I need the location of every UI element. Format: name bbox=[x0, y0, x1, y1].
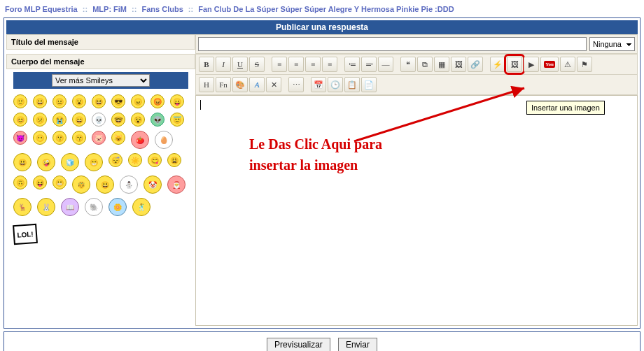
subject-input[interactable] bbox=[198, 37, 587, 51]
smiley[interactable]: 😀 bbox=[33, 94, 47, 108]
headers-button[interactable]: H bbox=[199, 77, 214, 92]
crumb-subforum[interactable]: Fans Clubs bbox=[142, 5, 183, 13]
form-buttons bbox=[4, 331, 640, 351]
strike-button[interactable]: S bbox=[249, 57, 265, 72]
hr-button[interactable]: — bbox=[378, 57, 393, 72]
smiley[interactable]: 🕺 bbox=[132, 198, 150, 216]
youtube-button[interactable]: You bbox=[540, 57, 559, 72]
smiley[interactable]: 🦌 bbox=[13, 198, 31, 216]
page-button[interactable]: 📄 bbox=[361, 77, 377, 92]
code-button[interactable]: ⧉ bbox=[417, 57, 433, 72]
flash-button[interactable]: ⚡ bbox=[490, 57, 505, 72]
warning-button[interactable]: ⚠ bbox=[560, 57, 575, 72]
editor-toolbar-row2: H Fn 🎨 A ✕ ⋯ 📅 🕒 📋 📄 bbox=[195, 75, 638, 95]
crumb-topic[interactable]: Fan Club De La Súper Súper Súper Alegre … bbox=[198, 5, 454, 13]
align-left-button[interactable]: ≡ bbox=[272, 57, 287, 72]
smiley[interactable]: 😝 bbox=[33, 176, 47, 189]
table-button[interactable]: ▦ bbox=[434, 57, 449, 72]
crumb-section[interactable]: MLP: FiM bbox=[92, 5, 127, 13]
smiley[interactable]: 🌼 bbox=[108, 198, 127, 216]
smiley[interactable]: 😎 bbox=[111, 94, 125, 108]
smiley[interactable]: 😠 bbox=[131, 94, 145, 108]
align-right-button[interactable]: ≡ bbox=[305, 57, 321, 72]
smiley[interactable]: 📖 bbox=[61, 198, 79, 216]
smiley[interactable]: 😊 bbox=[13, 113, 27, 127]
smiley[interactable]: 😆 bbox=[92, 94, 106, 108]
date-button[interactable]: 📅 bbox=[311, 77, 326, 92]
post-icon-select[interactable]: Ninguna bbox=[589, 37, 635, 51]
fontsize-button[interactable]: A bbox=[249, 77, 265, 92]
smiley[interactable]: 😵 bbox=[131, 113, 145, 127]
underline-button[interactable]: U bbox=[232, 57, 248, 72]
smiley[interactable]: 👽 bbox=[150, 113, 164, 127]
smiley[interactable]: 🤪 bbox=[37, 153, 55, 171]
smiley[interactable]: 😮 bbox=[72, 94, 86, 108]
smiley[interactable]: 🙂 bbox=[13, 94, 27, 108]
crumb-sep: :: bbox=[83, 5, 88, 13]
crumb-sep: :: bbox=[132, 5, 136, 13]
time-button[interactable]: 🕒 bbox=[328, 77, 343, 92]
subject-label: Título del mensaje bbox=[6, 34, 195, 50]
preview-button[interactable] bbox=[267, 338, 330, 351]
align-justify-button[interactable]: ≡ bbox=[322, 57, 337, 72]
list-ol-button[interactable]: ≕ bbox=[361, 57, 377, 72]
smiley[interactable]: 🐷 bbox=[92, 131, 106, 145]
smiley[interactable]: 😺 bbox=[111, 131, 125, 145]
smiley[interactable]: ⛄ bbox=[120, 176, 138, 194]
smiley[interactable]: 😄 bbox=[72, 113, 86, 127]
smiley[interactable]: 🤴 bbox=[72, 176, 90, 194]
smiley[interactable]: 🍅 bbox=[131, 131, 149, 149]
host-image-button[interactable]: 🖼 bbox=[451, 57, 466, 72]
annotation-text: Le Das Clic Aqui parainsertar la imagen bbox=[249, 134, 382, 176]
quote-button[interactable]: ❝ bbox=[400, 57, 416, 72]
smiley[interactable]: 🎅 bbox=[167, 176, 186, 194]
smiley[interactable]: 🤓 bbox=[111, 113, 125, 127]
smiley[interactable]: 😐 bbox=[52, 94, 66, 108]
remove-format-button[interactable]: ✕ bbox=[266, 77, 281, 92]
smiley[interactable]: 😃 bbox=[96, 176, 114, 194]
swf-button[interactable]: ⚑ bbox=[577, 57, 592, 72]
smiley[interactable]: 😁 bbox=[85, 153, 103, 171]
smiley-panel: 🙂😀😐😮😆😎😠😡 😛😊😕😭😄💀🤓😵 👽😇😈😶😗😙🐷😺 🍅🥚😃🤪🧊😁 😴☀️😋😩🙃… bbox=[6, 92, 195, 247]
smiley[interactable]: 😇 bbox=[170, 113, 184, 127]
smiley[interactable]: 😶 bbox=[33, 131, 47, 145]
smiley[interactable]: 🥚 bbox=[155, 131, 173, 149]
smiley[interactable]: 😋 bbox=[148, 153, 162, 167]
smiley[interactable]: 😛 bbox=[170, 94, 184, 108]
smiley[interactable]: 🤡 bbox=[144, 176, 162, 194]
paste-button[interactable]: 📋 bbox=[344, 77, 360, 92]
insert-image-button[interactable]: 🖼 bbox=[507, 57, 522, 72]
smiley[interactable]: 😈 bbox=[13, 131, 27, 145]
align-center-button[interactable]: ≡ bbox=[288, 57, 304, 72]
italic-button[interactable]: I bbox=[216, 57, 231, 72]
smiley[interactable]: 😕 bbox=[33, 113, 47, 127]
list-ul-button[interactable]: ≔ bbox=[344, 57, 360, 72]
smiley-more-select[interactable]: Ver más Smileys bbox=[52, 74, 150, 87]
smiley-lol-sign[interactable]: LOL! bbox=[13, 224, 38, 245]
bold-button[interactable]: B bbox=[199, 57, 214, 72]
form-header: Publicar una respuesta bbox=[6, 20, 638, 34]
message-editor[interactable] bbox=[195, 95, 638, 326]
smiley[interactable]: 🙃 bbox=[13, 176, 27, 189]
smiley[interactable]: 😙 bbox=[72, 131, 86, 145]
video-button[interactable]: ▶ bbox=[524, 57, 539, 72]
fontname-button[interactable]: Fn bbox=[216, 77, 231, 92]
smiley[interactable]: 😡 bbox=[150, 94, 164, 108]
smiley[interactable]: 😬 bbox=[52, 176, 66, 189]
smiley[interactable]: 🧊 bbox=[61, 153, 79, 171]
smiley[interactable]: 😩 bbox=[167, 153, 181, 167]
smiley[interactable]: 😃 bbox=[13, 153, 31, 171]
smiley[interactable]: 😗 bbox=[52, 131, 66, 145]
fontcolor-button[interactable]: 🎨 bbox=[232, 77, 248, 92]
editor-toolbar-row1: B I U S ≡ ≡ ≡ ≡ ≔ ≕ — ❝ ⧉ ▦ bbox=[195, 54, 638, 75]
smiley[interactable]: ☀️ bbox=[128, 153, 142, 167]
smiley[interactable]: 🐰 bbox=[37, 198, 55, 216]
smiley[interactable]: 😴 bbox=[108, 153, 122, 167]
smiley[interactable]: 😭 bbox=[52, 113, 66, 127]
smiley[interactable]: 🐘 bbox=[85, 198, 103, 216]
other-button[interactable]: ⋯ bbox=[288, 77, 304, 92]
smiley[interactable]: 💀 bbox=[92, 113, 106, 127]
submit-button[interactable] bbox=[338, 338, 377, 351]
crumb-forum[interactable]: Foro MLP Equestria bbox=[5, 5, 78, 13]
link-button[interactable]: 🔗 bbox=[468, 57, 483, 72]
